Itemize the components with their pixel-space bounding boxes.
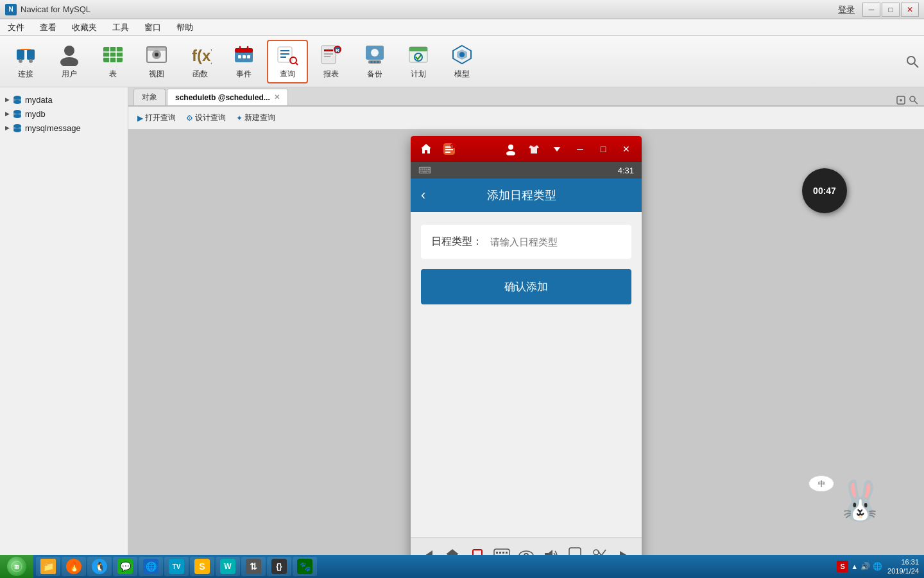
svg-rect-18 (235, 48, 253, 53)
toolbar-event[interactable]: 事件 (223, 40, 264, 83)
phone-shirt-icon[interactable] (526, 141, 542, 157)
tray-expand-icon[interactable]: ▲ (851, 563, 858, 570)
taskbar-webstorm[interactable]: W (216, 557, 240, 576)
phone-form-label: 日程类型： (431, 235, 483, 249)
sidebar-item-mydb[interactable]: ▶ mydb (0, 107, 128, 121)
svg-point-49 (907, 57, 915, 64)
menu-window[interactable]: 窗口 (142, 21, 164, 35)
minimize-button[interactable]: ─ (862, 3, 880, 17)
menu-bar: 文件 查看 收藏夹 工具 窗口 帮助 (0, 19, 924, 36)
phone-schedule-type-input[interactable] (490, 236, 621, 247)
phone-confirm-button[interactable]: 确认添加 (421, 269, 631, 304)
toolbar-function[interactable]: f(x) 函数 (180, 40, 221, 83)
svg-point-96 (594, 550, 599, 555)
new-query-button[interactable]: ✦ 新建查询 (232, 111, 279, 125)
phone-home-icon[interactable] (418, 141, 434, 157)
toolbar-model[interactable]: 模型 (441, 40, 483, 83)
taskbar-internet[interactable]: 🌐 (139, 557, 163, 576)
svg-point-1 (19, 59, 22, 63)
tab-objects[interactable]: 对象 (133, 89, 166, 105)
phone-close-button[interactable]: ✕ (619, 141, 634, 157)
toolbar-connect[interactable]: 连接 (5, 40, 46, 83)
design-query-button[interactable]: ⚙ 设计查询 (182, 111, 230, 125)
taskbar-sapp[interactable]: S (190, 557, 214, 576)
db-icon-mysqlmessage (12, 123, 22, 133)
view-label: 视图 (149, 69, 164, 80)
toolbar-report[interactable]: R 报表 (311, 40, 352, 83)
phone-time: 4:31 (618, 166, 634, 175)
taskbar-qq[interactable]: 🐧 (87, 557, 112, 576)
login-link[interactable]: 登录 (838, 4, 855, 15)
tray-network-icon[interactable]: 🌐 (873, 562, 882, 571)
toolbar-user[interactable]: 用户 (49, 40, 90, 83)
svg-rect-15 (147, 47, 166, 51)
query-icon (276, 43, 299, 66)
clock-date: 2019/1/24 (887, 566, 919, 575)
taskbar-clock[interactable]: 16:31 2019/1/24 (887, 557, 919, 576)
svg-marker-74 (554, 147, 560, 152)
close-button[interactable]: ✕ (901, 3, 919, 17)
taskbar-teamviewer[interactable]: TV (164, 557, 189, 576)
svg-point-3 (29, 59, 33, 63)
taskbar-start-button[interactable]: ⊞ (0, 555, 33, 578)
sidebar-item-mysqlmessage[interactable]: ▶ mysqlmessage (0, 121, 128, 135)
app-icon: N (5, 4, 17, 15)
toolbar: 连接 用户 表 (0, 36, 924, 87)
menu-favorites[interactable]: 收藏夹 (69, 21, 99, 35)
taskbar-psd[interactable]: 🐾 (293, 557, 317, 576)
phone-chrome-top: i (411, 136, 642, 162)
taskbar-wechat[interactable]: 💬 (113, 557, 137, 576)
report-icon: R (320, 43, 343, 66)
svg-point-72 (508, 144, 513, 150)
taskbar-explorer[interactable]: 📁 (36, 557, 60, 576)
toolbar-query[interactable]: 查询 (267, 40, 308, 83)
tray-sound-icon[interactable]: 🔊 (860, 562, 870, 571)
toolbar-table[interactable]: 表 (92, 40, 133, 83)
phone-minimize-button[interactable]: ─ (572, 141, 588, 157)
maximize-button[interactable]: □ (882, 3, 900, 17)
tab-bar: 对象 scheduletb @scheduled... ✕ (128, 87, 924, 107)
tab-scheduletb[interactable]: scheduletb @scheduled... ✕ (167, 89, 288, 105)
phone-status-bar: ⌨ 4:31 (411, 162, 642, 179)
phone-back-button[interactable]: ‹ (421, 187, 425, 204)
phone-form-row: 日程类型： (421, 225, 631, 259)
collapse-triangle-mydb: ▶ (5, 110, 10, 117)
taskbar-right: S ▲ 🔊 🌐 16:31 2019/1/24 (832, 557, 924, 576)
sidebar: ▶ mydata ▶ mydb ▶ (0, 87, 128, 555)
svg-marker-65 (421, 144, 431, 153)
tray-s-icon[interactable]: S (837, 561, 848, 572)
menu-view[interactable]: 查看 (37, 21, 59, 35)
tab-search-icon[interactable] (909, 95, 919, 105)
toolbar-plan[interactable]: 计划 (398, 40, 439, 83)
function-icon: f(x) (189, 43, 212, 66)
menu-file[interactable]: 文件 (5, 21, 27, 35)
phone-maximize-button[interactable]: □ (595, 141, 611, 157)
toolbar-backup[interactable]: 备份 (354, 40, 395, 83)
sidebar-item-mydata[interactable]: ▶ mydata (0, 92, 128, 107)
menu-tools[interactable]: 工具 (110, 21, 132, 35)
taskbar-browser[interactable]: 🔥 (62, 557, 86, 576)
search-icon[interactable] (906, 55, 919, 68)
tab-expand-icon[interactable] (896, 95, 906, 105)
svg-rect-68 (445, 149, 453, 150)
toolbar-view[interactable]: 视图 (136, 40, 177, 83)
mascot-bubble: 中 (809, 475, 834, 492)
title-bar-controls: ─ □ ✕ (862, 3, 919, 17)
timer-badge: 00:47 (802, 168, 847, 213)
phone-dropdown-icon[interactable] (549, 141, 565, 157)
open-query-button[interactable]: ▶ 打开查询 (133, 111, 180, 125)
phone-overlay: i (128, 130, 924, 555)
phone-person-icon[interactable] (503, 141, 518, 157)
phone-app-icon[interactable]: i (441, 141, 457, 157)
tab-objects-label: 对象 (142, 92, 157, 103)
taskbar-brackets[interactable]: {} (267, 557, 291, 576)
svg-point-38 (371, 49, 379, 57)
webstorm-icon: W (220, 559, 235, 574)
sapp-icon: S (194, 559, 210, 574)
taskbar: ⊞ 📁 🔥 🐧 💬 🌐 TV S (0, 555, 924, 578)
svg-point-42 (377, 61, 379, 63)
event-label: 事件 (236, 69, 252, 80)
window-title: Navicat for MySQL (21, 4, 90, 14)
taskbar-git[interactable]: ⇅ (241, 557, 266, 576)
menu-help[interactable]: 帮助 (174, 21, 196, 35)
